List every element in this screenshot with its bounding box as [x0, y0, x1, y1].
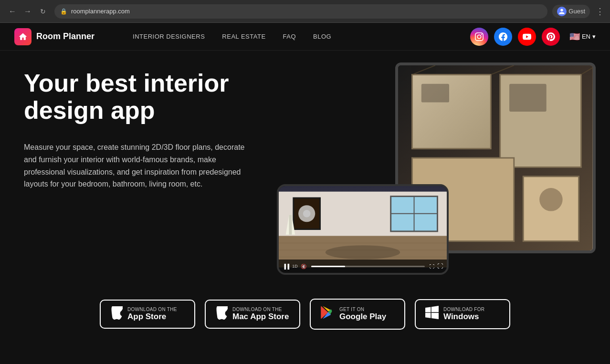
svg-point-26 — [303, 210, 311, 218]
svg-rect-6 — [509, 84, 547, 112]
time-display: 1D — [292, 264, 298, 269]
theater-btn[interactable]: ⛶ — [430, 264, 434, 269]
app-store-top-text: Download on the — [127, 307, 177, 312]
url-text: roomplannerapp.com — [71, 8, 130, 15]
google-play-text: GET IT ON Google Play — [339, 307, 386, 322]
download-section: Download on the App Store Download on th… — [0, 289, 610, 339]
google-play-button[interactable]: GET IT ON Google Play — [310, 299, 405, 330]
nav-blog[interactable]: BLOG — [313, 33, 331, 40]
windows-button[interactable]: Download for Windows — [415, 299, 510, 329]
windows-main-text: Windows — [443, 312, 484, 322]
mac-store-main-text: Mac App Store — [232, 312, 289, 322]
nav-faq[interactable]: FAQ — [283, 33, 296, 40]
facebook-button[interactable] — [494, 28, 512, 46]
user-label: Guest — [568, 8, 585, 15]
play-pause-btn[interactable]: ▐▐ — [283, 264, 289, 269]
logo-area[interactable]: Room Planner — [14, 28, 95, 45]
progress-bar[interactable] — [311, 266, 425, 267]
windows-text: Download for Windows — [443, 307, 484, 322]
volume-btn[interactable]: 🔇 — [301, 264, 306, 269]
nav-interior-designers[interactable]: INTERIOR DESIGNERS — [133, 33, 205, 40]
navbar: Room Planner INTERIOR DESIGNERS REAL EST… — [0, 23, 610, 51]
lang-chevron: ▾ — [592, 33, 596, 40]
lang-label: EN — [582, 33, 590, 40]
hero-text-block: Your best interior design app Measure yo… — [24, 70, 291, 190]
google-play-top-text: GET IT ON — [339, 307, 386, 312]
phone-device: ▐▐ 1D 🔇 ⛶ ⛶ — [277, 184, 449, 280]
google-play-icon — [320, 305, 335, 323]
user-button[interactable]: Guest — [552, 5, 590, 18]
apple-mac-icon — [215, 306, 228, 322]
instagram-button[interactable] — [470, 28, 488, 46]
youtube-button[interactable] — [518, 28, 536, 46]
mac-app-store-text: Download on the Mac App Store — [232, 307, 289, 322]
lock-icon: 🔒 — [60, 8, 67, 15]
windows-icon — [425, 306, 439, 322]
mac-app-store-button[interactable]: Download on the Mac App Store — [205, 300, 300, 329]
browser-chrome: ← → ↻ 🔒 roomplannerapp.com Guest ⋮ — [0, 0, 610, 23]
mac-store-top-text: Download on the — [232, 307, 289, 312]
back-button[interactable]: ← — [6, 5, 19, 18]
website-content: Room Planner INTERIOR DESIGNERS REAL EST… — [0, 23, 610, 364]
flag-icon: 🇺🇸 — [569, 31, 580, 42]
nav-buttons: ← → ↻ — [6, 5, 50, 18]
reload-button[interactable]: ↻ — [36, 5, 50, 18]
browser-right: Guest ⋮ — [552, 5, 604, 18]
logo-icon — [14, 28, 32, 45]
language-selector[interactable]: 🇺🇸 EN ▾ — [569, 31, 596, 42]
svg-point-7 — [539, 188, 563, 211]
forward-button[interactable]: → — [21, 5, 34, 18]
phone-frame: ▐▐ 1D 🔇 ⛶ ⛶ — [277, 184, 449, 275]
video-controls: ▐▐ 1D 🔇 ⛶ ⛶ — [279, 260, 447, 273]
svg-rect-28 — [289, 215, 292, 235]
apple-icon — [110, 306, 123, 322]
nav-real-estate[interactable]: REAL ESTATE — [222, 33, 265, 40]
hero-section: Your best interior design app Measure yo… — [0, 51, 610, 289]
app-store-text: Download on the App Store — [127, 307, 177, 322]
hero-description: Measure your space, create stunning 2D/3… — [24, 141, 253, 190]
app-store-button[interactable]: Download on the App Store — [100, 300, 195, 329]
svg-point-29 — [326, 245, 400, 259]
nav-links: INTERIOR DESIGNERS REAL ESTATE FAQ BLOG — [133, 33, 331, 40]
address-bar[interactable]: 🔒 roomplannerapp.com — [54, 4, 547, 19]
svg-rect-5 — [421, 84, 449, 103]
pinterest-button[interactable] — [542, 28, 560, 46]
logo-text: Room Planner — [36, 31, 95, 42]
browser-menu-dots[interactable]: ⋮ — [596, 6, 604, 17]
hero-title: Your best interior design app — [24, 70, 291, 124]
user-avatar — [557, 7, 567, 16]
nav-right: 🇺🇸 EN ▾ — [470, 28, 596, 46]
hero-media: ▐▐ 1D 🔇 ⛶ ⛶ — [291, 70, 586, 289]
google-play-main-text: Google Play — [339, 312, 386, 322]
fullscreen-btn[interactable]: ⛶ — [437, 263, 443, 270]
windows-top-text: Download for — [443, 307, 484, 312]
app-store-main-text: App Store — [127, 312, 177, 322]
progress-fill — [311, 266, 345, 267]
